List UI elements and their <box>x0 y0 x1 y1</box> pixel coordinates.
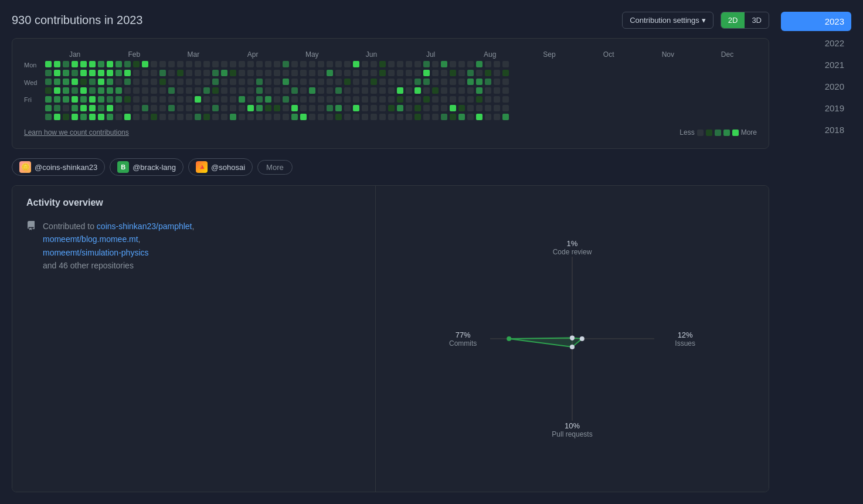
contrib-cell <box>80 114 87 120</box>
contrib-cell <box>107 79 113 85</box>
contrib-cell <box>212 105 219 111</box>
contrib-cell <box>80 79 87 85</box>
contrib-cell <box>441 96 447 103</box>
year-button-2019[interactable]: 2019 <box>781 98 851 118</box>
contrib-cell <box>353 79 359 85</box>
view-2d-button[interactable]: 2D <box>721 12 745 28</box>
contrib-cell <box>159 70 166 76</box>
svg-point-6 <box>580 336 585 341</box>
contrib-cell <box>423 105 430 111</box>
contrib-cell <box>327 61 333 67</box>
contrib-cell <box>265 87 271 94</box>
contrib-cell <box>195 87 201 94</box>
contrib-cell <box>423 96 430 103</box>
contrib-cell <box>353 105 359 111</box>
contrib-cell <box>476 87 483 94</box>
contrib-cell <box>195 114 201 120</box>
contrib-cell <box>300 70 307 76</box>
contrib-cell <box>397 96 403 103</box>
contrib-cell <box>54 105 60 111</box>
contrib-cell <box>177 79 184 85</box>
contrib-cell <box>72 114 78 120</box>
contrib-cell <box>168 96 175 103</box>
repo-link-2[interactable]: momeemt/blog.momee.mt <box>43 234 138 244</box>
org-badge-coins-shinkan23[interactable]: 🪙 @coins-shinkan23 <box>12 158 105 176</box>
contrib-cell <box>274 61 280 67</box>
view-3d-button[interactable]: 3D <box>745 12 769 28</box>
contrib-cell <box>371 114 377 120</box>
year-button-2023[interactable]: 2023 <box>781 12 851 31</box>
month-label-may: May <box>283 50 342 59</box>
contrib-cell <box>142 87 148 94</box>
contrib-cell <box>195 61 201 67</box>
contrib-cell <box>45 79 52 85</box>
contrib-cell <box>265 105 271 111</box>
contrib-cell <box>379 61 386 67</box>
more-orgs-button[interactable]: More <box>257 160 293 175</box>
contrib-cell <box>274 87 280 94</box>
contrib-cell <box>247 61 254 67</box>
contrib-cell <box>45 61 52 67</box>
contrib-cell <box>247 114 254 120</box>
contrib-cell <box>239 79 245 85</box>
contrib-cell <box>291 70 298 76</box>
contrib-cell <box>151 96 157 103</box>
repo-link-1[interactable]: coins-shinkan23/pamphlet <box>97 222 192 231</box>
learn-contributions-link[interactable]: Learn how we count contributions <box>24 128 129 137</box>
contrib-cell <box>379 114 386 120</box>
other-repos-text: and 46 other repositories <box>43 261 134 270</box>
contrib-cell <box>362 70 368 76</box>
contrib-cell <box>63 87 69 94</box>
contrib-cell <box>353 87 359 94</box>
year-button-2022[interactable]: 2022 <box>781 33 851 53</box>
contrib-cell <box>432 87 439 94</box>
org-badge-sohosai[interactable]: 🔺 @sohosai <box>188 158 253 176</box>
contrib-cell <box>256 87 263 94</box>
contrib-cell <box>379 70 386 76</box>
contrib-cell <box>221 70 227 76</box>
contrib-cell <box>54 61 60 67</box>
contrib-cell <box>327 105 333 111</box>
contrib-cell <box>168 114 175 120</box>
contrib-cell <box>212 61 219 67</box>
contrib-cell <box>124 70 131 76</box>
contrib-cell <box>300 96 307 103</box>
contrib-cell <box>458 61 465 67</box>
year-button-2020[interactable]: 2020 <box>781 77 851 96</box>
contrib-cell <box>151 114 157 120</box>
year-button-2018[interactable]: 2018 <box>781 120 851 139</box>
contrib-cell <box>485 70 491 76</box>
contribution-settings-button[interactable]: Contribution settings ▾ <box>622 12 713 29</box>
contrib-cell <box>72 96 78 103</box>
contrib-cell <box>107 114 113 120</box>
repo-link-3[interactable]: momeemt/simulation-physics <box>43 248 149 257</box>
contrib-cell <box>309 96 315 103</box>
legend-cell-1 <box>706 130 712 136</box>
contrib-cell <box>221 96 227 103</box>
contrib-cell <box>423 70 430 76</box>
contrib-cell <box>432 61 439 67</box>
contrib-cell <box>494 114 500 120</box>
month-label-jun: Jun <box>342 50 401 59</box>
legend-cell-3 <box>723 130 730 136</box>
contrib-cell <box>441 114 447 120</box>
radar-svg <box>455 233 689 444</box>
legend-cell-0 <box>697 130 704 136</box>
contrib-cell <box>221 114 227 120</box>
contrib-cell <box>344 87 351 94</box>
contrib-cell <box>458 105 465 111</box>
contrib-cell <box>230 70 236 76</box>
contrib-cell <box>450 96 456 103</box>
org-badge-brack-lang[interactable]: B @brack-lang <box>110 158 184 176</box>
contrib-cell <box>335 96 342 103</box>
contrib-cell <box>221 61 227 67</box>
contrib-cell <box>133 79 140 85</box>
contrib-cell <box>247 96 254 103</box>
contrib-cell <box>327 87 333 94</box>
contrib-cell <box>186 114 192 120</box>
contrib-cell <box>335 61 342 67</box>
svg-point-9 <box>570 337 574 340</box>
contrib-cell <box>397 87 403 94</box>
year-button-2021[interactable]: 2021 <box>781 55 851 74</box>
contrib-cell <box>124 96 131 103</box>
